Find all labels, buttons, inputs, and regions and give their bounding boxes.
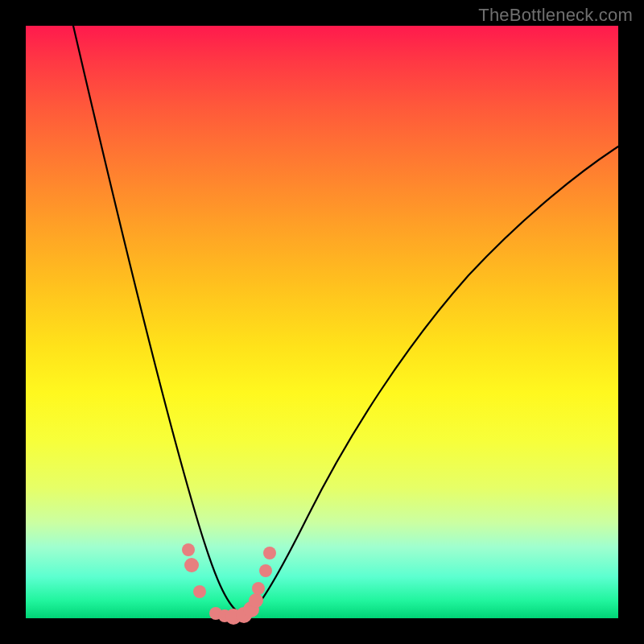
marker-dot (182, 543, 195, 556)
marker-dot (252, 582, 265, 595)
watermark-label: TheBottleneck.com (478, 5, 633, 26)
marker-dot (193, 585, 206, 598)
bottleneck-curve (73, 26, 618, 614)
chart-frame: TheBottleneck.com (0, 0, 644, 644)
marker-dot (249, 593, 263, 608)
plot-area (26, 26, 618, 618)
bottleneck-markers (182, 543, 276, 625)
curve-layer (26, 26, 618, 618)
marker-dot (259, 564, 272, 577)
marker-dot (184, 558, 199, 572)
marker-dot (263, 547, 276, 559)
